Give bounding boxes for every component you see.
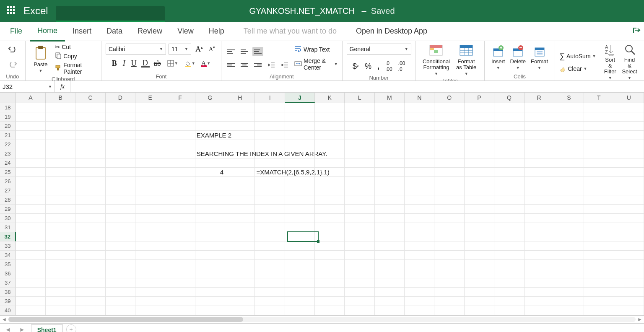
cell-O23[interactable] xyxy=(434,149,464,158)
cell-E20[interactable] xyxy=(135,122,165,131)
cell-G27[interactable] xyxy=(195,186,225,195)
cell-H20[interactable] xyxy=(225,122,255,131)
cell-A18[interactable] xyxy=(16,103,46,112)
cell-L34[interactable] xyxy=(345,251,374,260)
cell-Q21[interactable] xyxy=(494,131,524,140)
cell-T36[interactable] xyxy=(584,269,614,278)
cell-E40[interactable] xyxy=(135,306,165,315)
cell-Q36[interactable] xyxy=(494,269,524,278)
tab-data[interactable]: Data xyxy=(99,22,130,41)
cell-P22[interactable] xyxy=(465,140,494,149)
cell-K26[interactable] xyxy=(315,177,345,186)
cell-M26[interactable] xyxy=(375,177,405,186)
cell-S32[interactable] xyxy=(554,232,584,241)
cell-D24[interactable] xyxy=(106,158,135,168)
tab-view[interactable]: View xyxy=(170,22,201,41)
cell-M33[interactable] xyxy=(375,241,405,251)
row-header-28[interactable]: 28 xyxy=(0,195,16,205)
sheet-tab-active[interactable]: Sheet1 xyxy=(31,324,63,332)
cell-C25[interactable] xyxy=(75,168,105,177)
cell-R23[interactable] xyxy=(525,149,554,158)
cell-N34[interactable] xyxy=(405,251,434,260)
cell-H36[interactable] xyxy=(225,269,255,278)
cell-C22[interactable] xyxy=(75,140,105,149)
cell-S31[interactable] xyxy=(554,223,584,232)
cell-G24[interactable] xyxy=(195,158,225,168)
tab-help[interactable]: Help xyxy=(201,22,232,41)
increase-decimal-button[interactable]: .0.00 xyxy=(384,59,394,74)
cell-L23[interactable] xyxy=(345,149,374,158)
cell-G28[interactable] xyxy=(195,195,225,205)
cell-P31[interactable] xyxy=(465,223,494,232)
cell-S34[interactable] xyxy=(554,251,584,260)
format-painter-button[interactable]: Format Painter xyxy=(55,62,97,75)
font-name-select[interactable]: Calibri▼ xyxy=(106,44,166,54)
cell-E30[interactable] xyxy=(135,214,165,223)
cell-Q31[interactable] xyxy=(494,223,524,232)
cell-C26[interactable] xyxy=(75,177,105,186)
cell-A30[interactable] xyxy=(16,214,46,223)
cell-I18[interactable] xyxy=(255,103,285,112)
cell-B34[interactable] xyxy=(46,251,75,260)
cell-P33[interactable] xyxy=(465,241,494,251)
cell-M35[interactable] xyxy=(375,260,405,269)
cell-B26[interactable] xyxy=(46,177,75,186)
italic-button[interactable]: I xyxy=(121,58,127,69)
cell-D25[interactable] xyxy=(106,168,135,177)
cell-K31[interactable] xyxy=(315,223,345,232)
share-icon[interactable] xyxy=(632,26,641,37)
cell-Q25[interactable] xyxy=(494,168,524,177)
cell-C36[interactable] xyxy=(75,269,105,278)
cell-O30[interactable] xyxy=(434,214,464,223)
cell-L20[interactable] xyxy=(345,122,374,131)
format-as-table-button[interactable]: Formatas Table ▼ xyxy=(452,44,480,77)
cell-P37[interactable] xyxy=(465,278,494,288)
cell-H37[interactable] xyxy=(225,278,255,288)
cell-K23[interactable] xyxy=(315,149,345,158)
cell-F33[interactable] xyxy=(165,241,195,251)
cell-I38[interactable] xyxy=(255,288,285,297)
cell-G37[interactable] xyxy=(195,278,225,288)
cell-A31[interactable] xyxy=(16,223,46,232)
cell-A32[interactable] xyxy=(16,232,46,241)
column-header-R[interactable]: R xyxy=(525,93,554,103)
column-header-J[interactable]: J xyxy=(285,93,315,103)
cell-S18[interactable] xyxy=(554,103,584,112)
tab-file[interactable]: File xyxy=(3,22,30,41)
cell-J20[interactable] xyxy=(285,122,315,131)
cell-S39[interactable] xyxy=(554,297,584,306)
cell-B20[interactable] xyxy=(46,122,75,131)
cell-J34[interactable] xyxy=(285,251,315,260)
cell-N40[interactable] xyxy=(405,306,434,315)
row-header-38[interactable]: 38 xyxy=(0,288,16,297)
cell-K38[interactable] xyxy=(315,288,345,297)
cell-C39[interactable] xyxy=(75,297,105,306)
cell-J29[interactable] xyxy=(285,205,315,214)
cell-A33[interactable] xyxy=(16,241,46,251)
cell-N23[interactable] xyxy=(405,149,434,158)
align-center-button[interactable] xyxy=(239,60,250,70)
cell-K22[interactable] xyxy=(315,140,345,149)
cell-O29[interactable] xyxy=(434,205,464,214)
cell-J39[interactable] xyxy=(285,297,315,306)
cell-H34[interactable] xyxy=(225,251,255,260)
cell-O33[interactable] xyxy=(434,241,464,251)
app-launcher-icon[interactable] xyxy=(0,6,22,16)
cell-Q18[interactable] xyxy=(494,103,524,112)
cell-H33[interactable] xyxy=(225,241,255,251)
cell-A20[interactable] xyxy=(16,122,46,131)
cell-N24[interactable] xyxy=(405,158,434,168)
paste-button[interactable]: Paste ▼ xyxy=(30,45,52,74)
column-header-A[interactable]: A xyxy=(16,93,46,103)
cell-Q20[interactable] xyxy=(494,122,524,131)
cell-U28[interactable] xyxy=(614,195,644,205)
cell-O21[interactable] xyxy=(434,131,464,140)
cell-G36[interactable] xyxy=(195,269,225,278)
cell-M39[interactable] xyxy=(375,297,405,306)
bold-button[interactable]: B xyxy=(110,58,119,69)
cell-I37[interactable] xyxy=(255,278,285,288)
cell-C27[interactable] xyxy=(75,186,105,195)
cell-H18[interactable] xyxy=(225,103,255,112)
cell-D28[interactable] xyxy=(106,195,135,205)
cell-P28[interactable] xyxy=(465,195,494,205)
